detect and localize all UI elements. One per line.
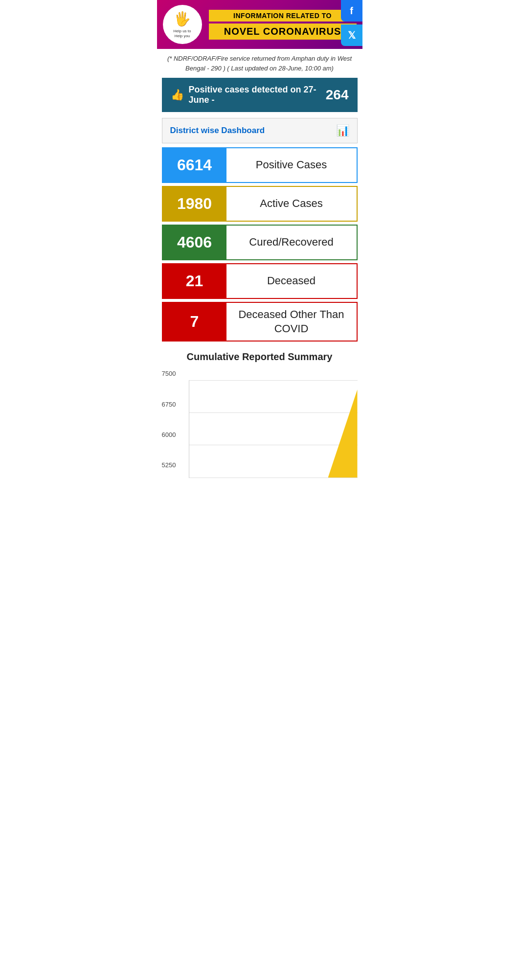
- deceased-cases-card[interactable]: 21 Deceased: [162, 263, 358, 299]
- deceased-cases-label: Deceased: [226, 264, 357, 298]
- chart-title: Cumulative Reported Summary: [162, 351, 358, 363]
- positive-cases-card[interactable]: 6614 Positive Cases: [162, 147, 358, 183]
- cured-cases-card[interactable]: 4606 Cured/Recovered: [162, 225, 358, 260]
- active-cases-number: 1980: [163, 187, 226, 221]
- chart-y-labels: 7500 6750 6000 5250: [162, 370, 180, 468]
- chart-bar-icon: 📊: [336, 124, 349, 137]
- twitter-icon: 𝕏: [348, 29, 356, 41]
- gridline-bottom: [189, 478, 358, 478]
- facebook-icon: f: [350, 5, 353, 17]
- positive-banner-text: Positive cases detected on 27-June -: [189, 85, 323, 105]
- facebook-button[interactable]: f: [341, 0, 362, 22]
- twitter-button[interactable]: 𝕏: [341, 24, 362, 46]
- y-label-6000: 6000: [162, 432, 176, 438]
- y-label-6750: 6750: [162, 401, 176, 408]
- chart-wrapper: 7500 6750 6000 5250: [162, 370, 358, 478]
- deceased-other-label: Deceased Other Than COVID: [226, 303, 357, 341]
- header-novel-line: NOVEL CORONAVIRUS: [209, 23, 357, 40]
- header-logo: 🖐️ Help us toHelp you: [163, 5, 202, 44]
- header-banner: 🖐️ Help us toHelp you INFORMATION RELATE…: [157, 0, 362, 49]
- y-label-5250: 5250: [162, 462, 176, 468]
- header-info-line: INFORMATION RELATED TO: [209, 10, 357, 22]
- logo-text: Help us toHelp you: [173, 29, 191, 38]
- notice-text: (* NDRF/ODRAF/Fire service returned from…: [157, 49, 362, 78]
- cured-cases-number: 4606: [163, 226, 226, 259]
- thumbs-up-icon: 👍: [171, 89, 184, 101]
- positive-cases-label: Positive Cases: [226, 148, 357, 182]
- positive-cases-banner: 👍 Positive cases detected on 27-June - 2…: [162, 78, 358, 112]
- stats-container: 6614 Positive Cases 1980 Active Cases 46…: [162, 147, 358, 342]
- chart-area-shape: [328, 389, 358, 478]
- header-title-block: INFORMATION RELATED TO NOVEL CORONAVIRUS: [209, 10, 357, 40]
- hand-icon: 🖐️: [174, 11, 191, 27]
- active-cases-label: Active Cases: [226, 187, 357, 221]
- chart-plot-area: [189, 380, 358, 478]
- active-cases-card[interactable]: 1980 Active Cases: [162, 186, 358, 222]
- positive-banner-number: 264: [326, 87, 349, 103]
- y-label-7500: 7500: [162, 370, 176, 377]
- gridline-top: [189, 380, 358, 381]
- deceased-other-cases-card[interactable]: 7 Deceased Other Than COVID: [162, 302, 358, 342]
- district-dashboard-label: District wise Dashboard: [170, 126, 265, 136]
- social-icons: f 𝕏: [341, 0, 362, 46]
- deceased-other-number: 7: [163, 303, 226, 341]
- cured-cases-label: Cured/Recovered: [226, 226, 357, 259]
- district-dashboard-link[interactable]: District wise Dashboard 📊: [162, 118, 358, 143]
- deceased-cases-number: 21: [163, 264, 226, 298]
- positive-cases-number: 6614: [163, 148, 226, 182]
- chart-section: Cumulative Reported Summary 7500 6750 60…: [162, 351, 358, 478]
- chart-area-rising: [328, 389, 358, 478]
